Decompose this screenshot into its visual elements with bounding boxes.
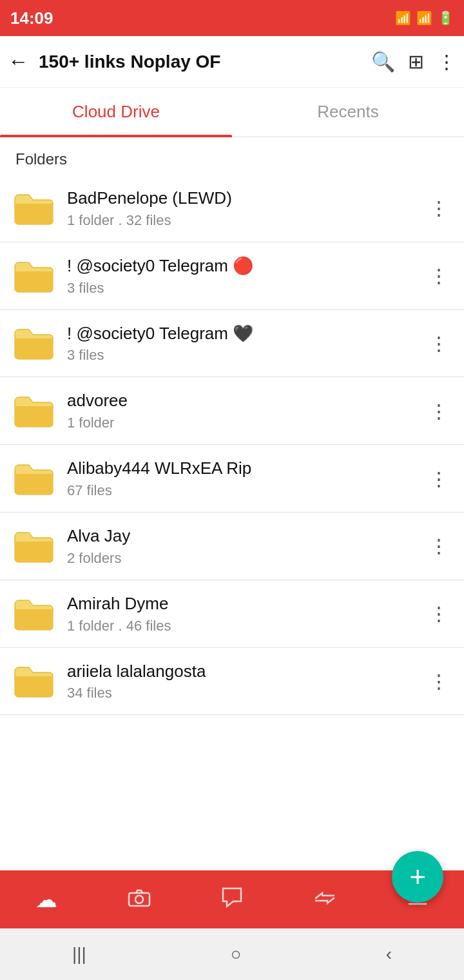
list-item[interactable]: ! @society0 Telegram 🔴 3 files ⋮: [0, 242, 464, 310]
more-options-button[interactable]: ⋮: [437, 50, 456, 73]
folder-icon: [10, 459, 57, 498]
app-bar: ← 150+ links Noplay OF 🔍 ⊞ ⋮: [0, 36, 464, 88]
folder-icon: [10, 662, 57, 700]
list-item[interactable]: ! @society0 Telegram 🖤 3 files ⋮: [0, 310, 464, 378]
folder-more-button[interactable]: ⋮: [424, 529, 454, 562]
tabs: Cloud Drive Recents: [0, 88, 464, 137]
status-icons: 📶 📶 🔋: [395, 10, 454, 26]
battery-icon: 🔋: [438, 10, 454, 26]
add-button[interactable]: +: [392, 851, 443, 903]
folder-name: Amirah Dyme: [67, 593, 424, 615]
folder-meta: 1 folder . 46 files: [67, 618, 424, 634]
tab-recents[interactable]: Recents: [232, 88, 464, 136]
page-title: 150+ links Noplay OF: [39, 52, 371, 72]
folder-more-button[interactable]: ⋮: [424, 191, 454, 224]
folder-more-button[interactable]: ⋮: [424, 665, 454, 698]
list-item[interactable]: Alva Jay 2 folders ⋮: [0, 513, 464, 580]
nav-sync[interactable]: [278, 870, 371, 928]
folder-name: BadPenelope (LEWD): [67, 188, 424, 210]
folder-icon: [10, 189, 57, 228]
back-button[interactable]: ←: [8, 50, 28, 74]
folder-name: advoree: [67, 390, 424, 412]
folder-meta: 1 folder . 32 files: [67, 212, 424, 229]
sync-icon: [312, 887, 338, 912]
folder-icon: [10, 324, 57, 362]
list-item[interactable]: BadPenelope (LEWD) 1 folder . 32 files ⋮: [0, 175, 464, 242]
folder-list: BadPenelope (LEWD) 1 folder . 32 files ⋮…: [0, 175, 464, 870]
folder-more-button[interactable]: ⋮: [424, 327, 454, 360]
folder-more-button[interactable]: ⋮: [424, 259, 454, 292]
svg-point-1: [135, 896, 143, 903]
tab-cloud-drive[interactable]: Cloud Drive: [0, 88, 232, 136]
system-nav-bar: ||| ○ ‹: [0, 928, 464, 980]
folder-icon: [10, 391, 57, 430]
home-button[interactable]: ○: [231, 944, 242, 965]
folder-meta: 34 files: [67, 685, 424, 701]
cloud-icon: ☁: [35, 887, 57, 912]
folder-meta: 67 files: [67, 482, 424, 499]
recent-apps-button[interactable]: |||: [72, 944, 86, 965]
folder-meta: 3 files: [67, 347, 424, 364]
folder-meta: 2 folders: [67, 550, 424, 567]
search-button[interactable]: 🔍: [371, 50, 395, 73]
folder-meta: 3 files: [67, 280, 424, 297]
folder-info: advoree 1 folder: [67, 390, 424, 431]
signal-icon: 📶: [416, 10, 432, 26]
list-item[interactable]: advoree 1 folder ⋮: [0, 377, 464, 445]
folder-icon: [10, 594, 57, 633]
app-bar-actions: 🔍 ⊞ ⋮: [371, 50, 456, 73]
wifi-icon: 📶: [395, 10, 411, 26]
folder-name: Alva Jay: [67, 525, 424, 547]
folder-more-button[interactable]: ⋮: [424, 462, 454, 495]
camera-icon: [128, 887, 151, 912]
folder-info: Amirah Dyme 1 folder . 46 files: [67, 593, 424, 634]
folder-info: ! @society0 Telegram 🖤 3 files: [67, 323, 424, 364]
folder-name: ! @society0 Telegram 🖤: [67, 323, 424, 345]
list-item[interactable]: Amirah Dyme 1 folder . 46 files ⋮: [0, 580, 464, 648]
folder-info: Alibaby444 WLRxEA Rip 67 files: [67, 458, 424, 499]
folder-icon: [10, 527, 57, 565]
grid-view-button[interactable]: ⊞: [408, 50, 424, 73]
folder-info: BadPenelope (LEWD) 1 folder . 32 files: [67, 188, 424, 229]
chat-icon: [220, 886, 244, 913]
list-item[interactable]: Alibaby444 WLRxEA Rip 67 files ⋮: [0, 445, 464, 513]
folder-name: ariiela lalalangosta: [67, 661, 424, 683]
folder-name: Alibaby444 WLRxEA Rip: [67, 458, 424, 480]
folder-info: ! @society0 Telegram 🔴 3 files: [67, 255, 424, 297]
folder-info: Alva Jay 2 folders: [67, 525, 424, 567]
folder-more-button[interactable]: ⋮: [424, 395, 454, 427]
status-time: 14:09: [10, 8, 53, 28]
nav-chat[interactable]: [186, 870, 278, 928]
back-system-button[interactable]: ‹: [386, 944, 392, 965]
nav-cloud[interactable]: ☁: [0, 870, 93, 928]
list-item[interactable]: ariiela lalalangosta 34 files ⋮: [0, 648, 464, 716]
folder-name: ! @society0 Telegram 🔴: [67, 255, 424, 277]
folder-meta: 1 folder: [67, 415, 424, 431]
folder-icon: [10, 257, 57, 295]
nav-camera[interactable]: [93, 870, 186, 928]
folder-more-button[interactable]: ⋮: [424, 597, 454, 630]
folder-info: ariiela lalalangosta 34 files: [67, 661, 424, 702]
status-bar: 14:09 📶 📶 🔋: [0, 0, 464, 36]
section-header: Folders: [0, 137, 464, 175]
